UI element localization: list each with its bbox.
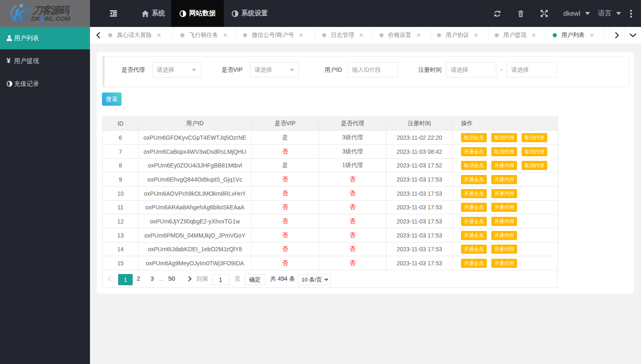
svg-text:K: K: [12, 5, 29, 24]
svg-text:DKEWL.COM: DKEWL.COM: [31, 15, 70, 22]
svg-text:刀客源码: 刀客源码: [32, 5, 70, 16]
